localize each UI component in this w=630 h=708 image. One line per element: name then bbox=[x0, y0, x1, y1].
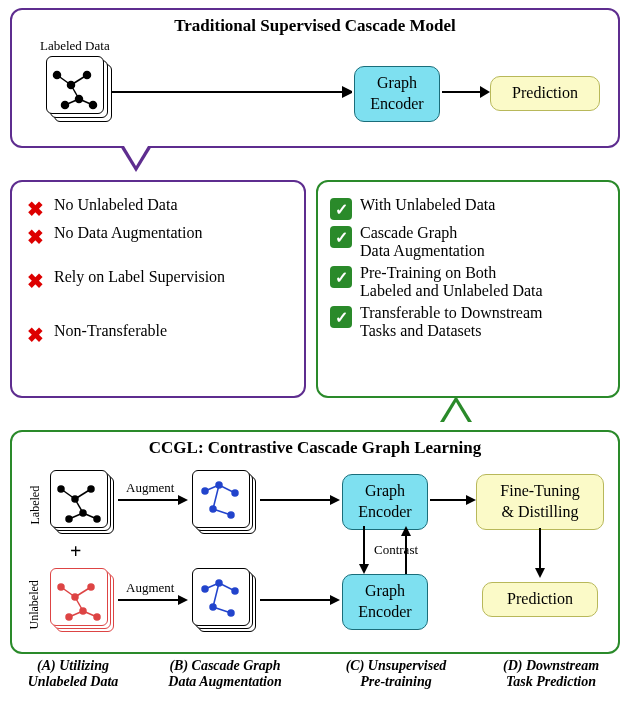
x-icon: ✖ bbox=[24, 324, 46, 346]
svg-point-32 bbox=[72, 594, 78, 600]
arrow-to-prediction bbox=[442, 82, 490, 102]
arrow-to-encoder bbox=[112, 82, 352, 102]
prediction-text: Prediction bbox=[512, 84, 578, 101]
svg-point-49 bbox=[228, 512, 234, 518]
check-icon: ✓ bbox=[330, 306, 352, 328]
svg-point-57 bbox=[210, 604, 216, 610]
svg-marker-38 bbox=[178, 495, 188, 505]
cons-text: No Data Augmentation bbox=[54, 224, 202, 242]
pros-item: ✓Pre-Training on Both Labeled and Unlabe… bbox=[330, 264, 606, 300]
svg-point-46 bbox=[216, 482, 222, 488]
svg-marker-64 bbox=[359, 564, 369, 574]
svg-marker-68 bbox=[466, 495, 476, 505]
svg-point-33 bbox=[88, 584, 94, 590]
caption-d: (D) Downstream Task Prediction bbox=[476, 658, 626, 690]
top-title: Traditional Supervised Cascade Model bbox=[12, 16, 618, 36]
cons-item: ✖No Data Augmentation bbox=[24, 224, 292, 248]
encoder-bottom-text: Graph Encoder bbox=[358, 582, 411, 620]
unlabeled-rot-label: Unlabeled bbox=[27, 570, 42, 630]
svg-marker-14 bbox=[480, 86, 490, 98]
svg-point-23 bbox=[80, 510, 86, 516]
cons-item: ✖Rely on Label Supervision bbox=[24, 268, 292, 292]
check-icon: ✓ bbox=[330, 226, 352, 248]
prediction-text-bottom: Prediction bbox=[507, 590, 573, 607]
svg-point-56 bbox=[232, 588, 238, 594]
svg-marker-12 bbox=[342, 86, 352, 98]
x-icon: ✖ bbox=[24, 198, 46, 220]
pros-item: ✓With Unlabeled Data bbox=[330, 196, 606, 220]
graph-icon-blue bbox=[193, 471, 251, 529]
svg-point-7 bbox=[84, 72, 91, 79]
cons-text: No Unlabeled Data bbox=[54, 196, 178, 214]
arrow-to-encoder-bottom bbox=[260, 592, 340, 608]
svg-point-20 bbox=[58, 486, 64, 492]
graph-icon bbox=[51, 471, 109, 529]
fine-tuning-box: Fine-Tuning & Distilling bbox=[476, 474, 604, 530]
svg-point-36 bbox=[66, 614, 72, 620]
check-icon: ✓ bbox=[330, 266, 352, 288]
x-icon: ✖ bbox=[24, 270, 46, 292]
pros-text: With Unlabeled Data bbox=[360, 196, 495, 214]
x-icon: ✖ bbox=[24, 226, 46, 248]
svg-point-47 bbox=[232, 490, 238, 496]
encoder-top: Graph Encoder bbox=[342, 474, 428, 530]
caption-b: (B) Cascade Graph Data Augmentation bbox=[140, 658, 310, 690]
plus-sign: + bbox=[70, 540, 81, 563]
graph-icon-red bbox=[51, 569, 109, 627]
arrow-fine-to-pred bbox=[532, 528, 548, 578]
svg-point-24 bbox=[94, 516, 100, 522]
pros-panel: ✓With Unlabeled Data ✓Cascade Graph Data… bbox=[316, 180, 620, 398]
top-panel: Traditional Supervised Cascade Model Lab… bbox=[10, 8, 620, 148]
svg-point-55 bbox=[216, 580, 222, 586]
svg-point-54 bbox=[202, 586, 208, 592]
svg-point-58 bbox=[228, 610, 234, 616]
svg-point-6 bbox=[68, 82, 75, 89]
svg-point-9 bbox=[90, 102, 97, 109]
green-arrow-up bbox=[440, 396, 472, 422]
cons-panel: ✖No Unlabeled Data ✖No Data Augmentation… bbox=[10, 180, 306, 398]
labeled-data-label: Labeled Data bbox=[40, 38, 110, 54]
arrow-augment-top bbox=[118, 492, 188, 508]
cons-item: ✖No Unlabeled Data bbox=[24, 196, 292, 220]
pros-text: Pre-Training on Both Labeled and Unlabel… bbox=[360, 264, 543, 300]
purple-arrow-down bbox=[120, 146, 152, 172]
svg-point-5 bbox=[54, 72, 61, 79]
graph-encoder-box: Graph Encoder bbox=[354, 66, 440, 122]
contrast-label: Contrast bbox=[374, 542, 418, 558]
encoder-bottom: Graph Encoder bbox=[342, 574, 428, 630]
arrow-augment-bottom bbox=[118, 592, 188, 608]
cons-item: ✖Non-Transferable bbox=[24, 322, 292, 346]
svg-point-34 bbox=[80, 608, 86, 614]
caption-a: (A) Utilizing Unlabeled Data bbox=[8, 658, 138, 690]
pros-text: Transferable to Downstream Tasks and Dat… bbox=[360, 304, 542, 340]
arrow-to-encoder-top bbox=[260, 492, 340, 508]
graph-icon-blue bbox=[193, 569, 251, 627]
svg-marker-70 bbox=[535, 568, 545, 578]
svg-marker-40 bbox=[178, 595, 188, 605]
prediction-box: Prediction bbox=[490, 76, 600, 111]
svg-point-22 bbox=[88, 486, 94, 492]
encoder-top-text: Graph Encoder bbox=[358, 482, 411, 520]
pros-text: Cascade Graph Data Augmentation bbox=[360, 224, 485, 260]
graph-icon bbox=[47, 57, 105, 115]
svg-marker-66 bbox=[401, 526, 411, 536]
svg-point-25 bbox=[66, 516, 72, 522]
svg-marker-62 bbox=[330, 595, 340, 605]
bottom-panel: CCGL: Contrastive Cascade Graph Learning… bbox=[10, 430, 620, 654]
arrow-to-fine bbox=[430, 492, 476, 508]
svg-point-48 bbox=[210, 506, 216, 512]
svg-point-31 bbox=[58, 584, 64, 590]
svg-point-8 bbox=[76, 96, 83, 103]
svg-point-45 bbox=[202, 488, 208, 494]
caption-c: (C) Unsupervised Pre-training bbox=[316, 658, 476, 690]
labeled-rot-label: Labeled bbox=[28, 475, 43, 525]
cons-text: Rely on Label Supervision bbox=[54, 268, 225, 286]
pros-item: ✓Transferable to Downstream Tasks and Da… bbox=[330, 304, 606, 340]
prediction-box-bottom: Prediction bbox=[482, 582, 598, 617]
svg-point-21 bbox=[72, 496, 78, 502]
cons-text: Non-Transferable bbox=[54, 322, 167, 340]
fine-text: Fine-Tuning & Distilling bbox=[500, 482, 579, 520]
check-icon: ✓ bbox=[330, 198, 352, 220]
svg-point-10 bbox=[62, 102, 69, 109]
graph-encoder-text: Graph Encoder bbox=[370, 74, 423, 112]
